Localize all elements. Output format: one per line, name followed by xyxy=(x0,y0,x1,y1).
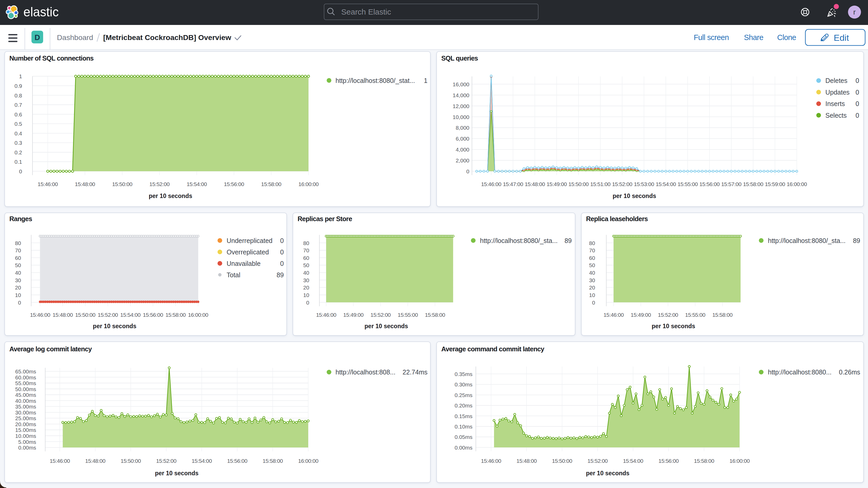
svg-text:40: 40 xyxy=(589,270,595,276)
svg-text:15:58:00: 15:58:00 xyxy=(263,458,283,464)
svg-text:15:58:00: 15:58:00 xyxy=(712,312,733,318)
svg-text:12,000: 12,000 xyxy=(453,103,469,109)
svg-text:0.00ms: 0.00ms xyxy=(455,445,472,451)
svg-text:0: 0 xyxy=(466,169,469,174)
svg-text:per 10 seconds: per 10 seconds xyxy=(365,323,408,330)
svg-text:0.9: 0.9 xyxy=(14,83,22,89)
svg-text:2,000: 2,000 xyxy=(456,157,469,163)
svg-text:20: 20 xyxy=(589,284,595,291)
svg-text:15:56:00: 15:56:00 xyxy=(224,181,244,187)
svg-text:10: 10 xyxy=(589,292,595,298)
svg-text:http://localhost:8080/_sta...: http://localhost:8080/_sta... xyxy=(768,237,846,244)
svg-text:Unavailable: Unavailable xyxy=(227,260,261,267)
svg-text:0.15ms: 0.15ms xyxy=(455,413,472,419)
svg-text:15:58:00: 15:58:00 xyxy=(261,181,281,187)
svg-text:0.5: 0.5 xyxy=(14,121,22,127)
svg-text:15:50:00: 15:50:00 xyxy=(552,458,572,464)
svg-text:r: r xyxy=(853,8,856,16)
svg-text:0.26ms: 0.26ms xyxy=(839,368,860,376)
svg-text:0.4: 0.4 xyxy=(14,130,22,136)
svg-text:15:56:00: 15:56:00 xyxy=(658,458,679,464)
svg-text:20: 20 xyxy=(303,284,309,291)
svg-text:per 10 seconds: per 10 seconds xyxy=(149,192,192,199)
svg-text:0: 0 xyxy=(306,300,309,306)
svg-text:15:53:00: 15:53:00 xyxy=(634,181,654,187)
svg-text:0.2: 0.2 xyxy=(14,149,22,155)
svg-text:30.00ms: 30.00ms xyxy=(15,409,36,416)
svg-text:15:55:00: 15:55:00 xyxy=(685,312,705,318)
svg-text:http://localhost:8080/_sta...: http://localhost:8080/_sta... xyxy=(480,237,558,244)
svg-text:70: 70 xyxy=(303,247,309,253)
svg-text:Ranges: Ranges xyxy=(9,215,32,222)
svg-text:30: 30 xyxy=(303,277,309,283)
svg-text:Search Elastic: Search Elastic xyxy=(341,7,391,16)
svg-text:15:57:00: 15:57:00 xyxy=(721,181,741,187)
svg-text:per 10 seconds: per 10 seconds xyxy=(155,470,198,477)
svg-text:15:56:00: 15:56:00 xyxy=(143,312,163,318)
svg-text:Average log commit latency: Average log commit latency xyxy=(9,345,92,353)
svg-text:15:58:00: 15:58:00 xyxy=(425,312,445,318)
svg-text:15:48:00: 15:48:00 xyxy=(85,458,105,464)
svg-text:70: 70 xyxy=(15,247,21,253)
svg-text:89: 89 xyxy=(277,271,284,279)
svg-text:16,000: 16,000 xyxy=(453,81,469,87)
svg-text:1: 1 xyxy=(19,73,22,79)
svg-text:15:49:00: 15:49:00 xyxy=(631,312,651,318)
svg-text:15:54:00: 15:54:00 xyxy=(120,312,141,318)
svg-text:89: 89 xyxy=(853,237,860,244)
svg-text:15:54:00: 15:54:00 xyxy=(623,458,643,464)
svg-text:15:54:00: 15:54:00 xyxy=(656,181,676,187)
svg-text:15:51:00: 15:51:00 xyxy=(590,181,611,187)
svg-text:Replicas per Store: Replicas per Store xyxy=(298,215,352,222)
svg-text:Overreplicated: Overreplicated xyxy=(227,248,269,256)
svg-text:15:50:00: 15:50:00 xyxy=(75,312,95,318)
svg-text:0: 0 xyxy=(280,248,284,256)
svg-text:0.30ms: 0.30ms xyxy=(455,382,472,388)
svg-text:8,000: 8,000 xyxy=(456,125,469,131)
svg-text:0: 0 xyxy=(18,300,21,306)
svg-text:15:46:00: 15:46:00 xyxy=(316,312,336,318)
svg-text:40: 40 xyxy=(303,270,309,276)
svg-text:65.00ms: 65.00ms xyxy=(15,368,36,374)
svg-text:55.00ms: 55.00ms xyxy=(15,380,36,386)
svg-text:10: 10 xyxy=(15,292,21,298)
svg-text:15:54:00: 15:54:00 xyxy=(191,458,212,464)
svg-text:20: 20 xyxy=(15,284,21,291)
svg-text:45.00ms: 45.00ms xyxy=(15,392,36,398)
svg-text:Underreplicated: Underreplicated xyxy=(227,237,273,244)
svg-text:30: 30 xyxy=(15,277,21,283)
svg-text:15:49:00: 15:49:00 xyxy=(547,181,567,187)
svg-text:40.00ms: 40.00ms xyxy=(15,398,36,404)
svg-text:15:56:00: 15:56:00 xyxy=(699,181,720,187)
svg-text:Average command commit latency: Average command commit latency xyxy=(441,345,545,353)
svg-text:0: 0 xyxy=(592,300,595,306)
svg-text:15:52:00: 15:52:00 xyxy=(371,312,391,318)
svg-text:15.00ms: 15.00ms xyxy=(15,427,36,433)
svg-text:15:56:00: 15:56:00 xyxy=(227,458,247,464)
svg-text:6,000: 6,000 xyxy=(456,135,469,142)
svg-text:15:52:00: 15:52:00 xyxy=(149,181,170,187)
svg-text:0.6: 0.6 xyxy=(14,112,22,118)
svg-text:25.00ms: 25.00ms xyxy=(15,415,36,421)
svg-text:http://localhost:8080...: http://localhost:8080... xyxy=(768,368,832,376)
svg-text:15:55:00: 15:55:00 xyxy=(398,312,418,318)
svg-text:0.8: 0.8 xyxy=(14,92,22,98)
svg-text:Share: Share xyxy=(744,33,763,41)
svg-text:89: 89 xyxy=(564,237,572,244)
svg-text:15:59:00: 15:59:00 xyxy=(765,181,785,187)
svg-text:15:55:00: 15:55:00 xyxy=(678,181,698,187)
svg-text:80: 80 xyxy=(15,240,21,246)
svg-text:80: 80 xyxy=(303,240,309,246)
svg-text:1: 1 xyxy=(424,77,428,84)
svg-text:15:50:00: 15:50:00 xyxy=(568,181,589,187)
svg-text:http://localhost:808...: http://localhost:808... xyxy=(336,368,396,376)
svg-text:10,000: 10,000 xyxy=(453,114,469,120)
svg-text:0: 0 xyxy=(280,237,284,244)
svg-text:SQL queries: SQL queries xyxy=(441,55,478,62)
svg-text:15:58:00: 15:58:00 xyxy=(694,458,714,464)
svg-text:0.3: 0.3 xyxy=(14,140,22,146)
svg-text:60: 60 xyxy=(15,255,21,261)
svg-text:15:48:00: 15:48:00 xyxy=(516,458,537,464)
svg-text:70: 70 xyxy=(589,247,595,253)
svg-text:50: 50 xyxy=(589,262,595,268)
